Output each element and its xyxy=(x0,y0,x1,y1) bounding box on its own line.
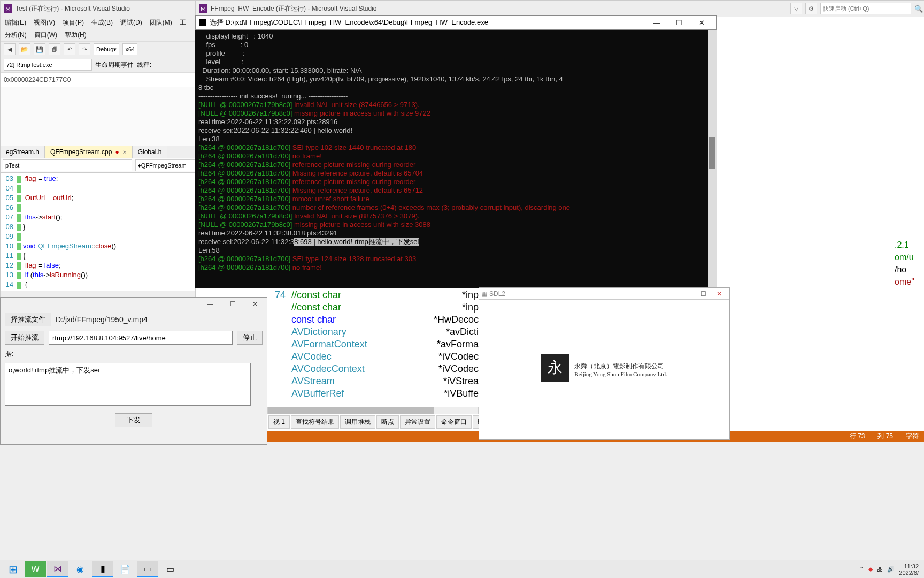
menu-debug[interactable]: 调试(D) xyxy=(120,18,142,27)
minimize-button[interactable]: — xyxy=(645,16,668,29)
scope-class[interactable]: pTest xyxy=(3,159,132,171)
logo-icon: 永 xyxy=(541,354,569,382)
sdl-icon: ▦ xyxy=(481,290,487,298)
message-textarea[interactable]: o,world! rtmp推流中，下发sei xyxy=(5,363,251,406)
save-icon[interactable]: 💾 xyxy=(34,43,45,55)
console-titlebar[interactable]: 选择 D:\jxd\FFmpeg\CODEC\FFmpeg_HW_Encode\… xyxy=(195,15,717,30)
close-button[interactable]: ✕ xyxy=(690,16,713,29)
sdl2-window: ▦ SDL2 — ☐ ✕ 永 永舜（北京）電影制作有限公司 Beijing Yo… xyxy=(479,287,730,440)
status-col: 列 75 xyxy=(877,432,893,441)
minimize-button[interactable]: — xyxy=(201,299,220,309)
app-terminal[interactable]: ▮ xyxy=(92,561,113,577)
sdl-video-frame: 永 永舜（北京）電影制作有限公司 Beijing Yong Shun Film … xyxy=(479,300,729,439)
saveall-icon[interactable]: 🗐 xyxy=(49,43,60,55)
window-title: Test (正在运行) - Microsoft Visual Studio xyxy=(16,4,130,13)
minimize-button[interactable]: — xyxy=(679,290,695,298)
quick-launch-input[interactable] xyxy=(820,3,911,14)
menu-view[interactable]: 视图(V) xyxy=(34,18,55,27)
send-button[interactable]: 下发 xyxy=(115,413,152,427)
menu-edit[interactable]: 编辑(E) xyxy=(5,18,26,27)
maximize-button[interactable]: ☐ xyxy=(695,290,711,298)
choose-file-button[interactable]: 择推流文件 xyxy=(5,313,51,326)
close-button[interactable]: ✕ xyxy=(711,290,727,298)
vs-icon: ⋈ xyxy=(4,4,12,13)
platform-select[interactable]: x64 xyxy=(122,43,137,55)
output-tab[interactable]: 调用堆栈 xyxy=(340,415,375,429)
output-tab[interactable]: 查找符号结果 xyxy=(291,415,339,429)
output-tab[interactable]: 视 1 xyxy=(268,415,290,429)
taskbar[interactable]: ⊞ W ⋈ ◉ ▮ 📄 ▭ ▭ ⌃ ◆ 🖧 🔊 11:322022/6/ xyxy=(0,560,924,578)
window-title: FFmpeg_HW_Encode (正在运行) - Microsoft Visu… xyxy=(211,4,377,13)
settings-icon[interactable]: ⚙ xyxy=(805,3,817,14)
logo-text-cn: 永舜（北京）電影制作有限公司 xyxy=(574,362,667,371)
start-button[interactable]: ⊞ xyxy=(2,561,24,577)
tray-app-icon[interactable]: ◆ xyxy=(868,566,873,573)
back-icon[interactable]: ◀ xyxy=(4,43,16,55)
console-window: 选择 D:\jxd\FFmpeg\CODEC\FFmpeg_HW_Encode\… xyxy=(195,15,717,288)
search-icon[interactable]: 🔍 xyxy=(914,5,923,13)
output-tab[interactable]: 异常设置 xyxy=(400,415,435,429)
logo-text-en: Beijing Yong Shun Film Company Ltd. xyxy=(574,371,667,377)
cmd-icon xyxy=(199,19,206,26)
maximize-button[interactable]: ☐ xyxy=(223,299,242,309)
system-tray[interactable]: ⌃ ◆ 🖧 🔊 11:322022/6/ xyxy=(859,563,922,576)
menu-build[interactable]: 生成(B) xyxy=(91,18,113,27)
menu-tools-trunc[interactable]: 工 xyxy=(180,18,186,27)
console-output[interactable]: displayHeight : 1040 fps : 0 profile : l… xyxy=(195,30,717,287)
status-row: 行 73 xyxy=(850,432,865,441)
redo-icon[interactable]: ↷ xyxy=(79,43,90,55)
filter-icon[interactable]: ▽ xyxy=(790,3,802,14)
taskbar-clock[interactable]: 11:322022/6/ xyxy=(899,563,919,576)
menu-window[interactable]: 窗口(W) xyxy=(34,31,57,40)
thread-label: 线程: xyxy=(137,60,151,70)
sdl-title-text: SDL2 xyxy=(489,290,505,298)
menu-analyze[interactable]: 分析(N) xyxy=(5,31,27,40)
status-char: 字符 xyxy=(906,432,919,441)
h-scrollbar-right[interactable] xyxy=(267,407,479,414)
push-stream-dialog: — ☐ ✕ 择推流文件 D:/jxd/FFmpeg/1950_v.mp4 开始推… xyxy=(0,297,267,445)
tab-global-h[interactable]: Global.h xyxy=(133,146,168,158)
start-stream-button[interactable]: 开始推流 xyxy=(5,331,44,345)
app-icon-1[interactable]: W xyxy=(25,561,46,577)
process-select[interactable]: 72] RtmpTest.exe xyxy=(4,59,92,71)
file-path: D:/jxd/FFmpeg/1950_v.mp4 xyxy=(56,315,148,324)
console-title-text: 选择 D:\jxd\FFmpeg\CODEC\FFmpeg_HW_Encode\… xyxy=(210,18,488,27)
app-vs[interactable]: ⋈ xyxy=(47,561,68,577)
console-scrollbar[interactable] xyxy=(708,30,717,288)
app-window-2[interactable]: ▭ xyxy=(159,561,181,577)
tab-stream-h[interactable]: egStream.h xyxy=(1,146,45,158)
open-icon[interactable]: 📂 xyxy=(19,43,30,55)
maximize-button[interactable]: ☐ xyxy=(668,16,690,29)
undo-icon[interactable]: ↶ xyxy=(64,43,75,55)
message-label: 据: xyxy=(5,349,14,359)
close-button[interactable]: ✕ xyxy=(245,299,265,309)
lifecycle-label: 生命周期事件 xyxy=(95,60,134,70)
output-tab[interactable]: 断点 xyxy=(376,415,399,429)
output-tab[interactable]: 命令窗口 xyxy=(436,415,472,429)
right-peek-code: .2.1om/u/hoome" xyxy=(895,239,924,288)
app-window-1[interactable]: ▭ xyxy=(137,561,158,577)
app-edge[interactable]: ◉ xyxy=(70,561,91,577)
menu-team[interactable]: 团队(M) xyxy=(150,18,172,27)
config-select[interactable]: Debug ▾ xyxy=(94,43,119,55)
menu-project[interactable]: 项目(P) xyxy=(63,18,84,27)
menu-help[interactable]: 帮助(H) xyxy=(65,31,87,40)
app-notepad[interactable]: 📄 xyxy=(114,561,136,577)
tray-net-icon[interactable]: 🖧 xyxy=(877,566,883,573)
rtmp-url-input[interactable] xyxy=(49,331,233,345)
close-icon[interactable]: ✕ xyxy=(122,149,127,155)
tray-up-icon[interactable]: ⌃ xyxy=(859,566,864,573)
tray-sound-icon[interactable]: 🔊 xyxy=(887,566,895,573)
stop-stream-button[interactable]: 停止 xyxy=(237,331,263,345)
output-tabs: 视 1查找符号结果调用堆栈断点异常设置命令窗口即时窗口 xyxy=(268,415,508,429)
code-editor-right[interactable]: 74 //const char*inp //const char*inp con… xyxy=(267,289,479,400)
tab-stream-cpp[interactable]: QFFmpegStream.cpp●✕ xyxy=(45,146,133,158)
vs-icon: ⋈ xyxy=(199,4,207,13)
